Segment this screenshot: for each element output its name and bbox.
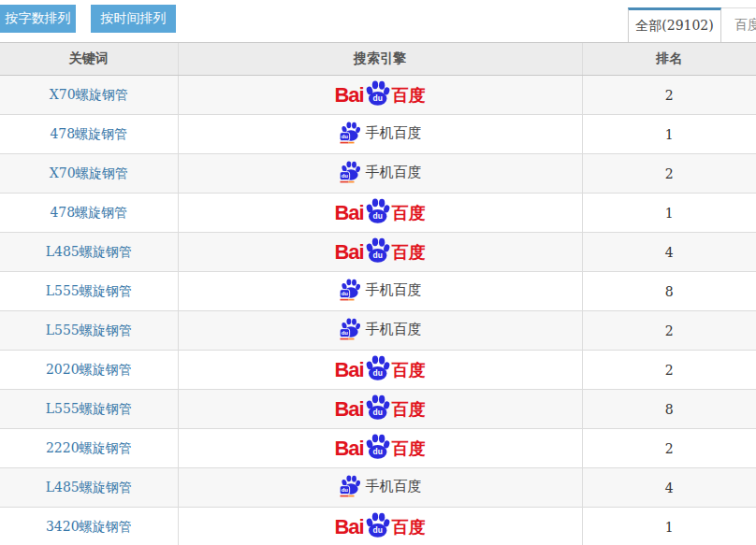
table-row: X70螺旋钢管 Bai du 百度 2: [0, 76, 756, 115]
keyword-cell: 3420螺旋钢管: [0, 508, 178, 545]
mobile-baidu-logo: du 手机百度: [339, 475, 422, 497]
keyword-link[interactable]: 3420螺旋钢管: [46, 519, 132, 534]
mobile-baidu-label: 手机百度: [366, 165, 422, 179]
rank-cell: 8: [582, 272, 756, 311]
rank-value: 2: [665, 323, 674, 338]
baidu-logo-cn-text: 百度: [392, 401, 426, 418]
engine-cell: Bai du 百度: [178, 508, 582, 545]
baidu-logo-bai-text: Bai: [334, 203, 363, 223]
baidu-logo-bai-text: Bai: [334, 85, 363, 106]
baidu-logo: Bai du 百度: [334, 514, 425, 539]
keyword-cell: 2020螺旋钢管: [0, 351, 178, 390]
engine-cell: Bai du 百度: [178, 390, 582, 429]
engine-cell: Bai du 百度: [178, 233, 582, 272]
tab-all[interactable]: 全部(29102): [628, 7, 721, 42]
keyword-link[interactable]: L555螺旋钢管: [46, 401, 132, 416]
keyword-cell: 478螺旋钢管: [0, 115, 178, 154]
engine-cell: Bai du 百度: [178, 351, 582, 390]
keyword-link[interactable]: 478螺旋钢管: [50, 126, 127, 141]
baidu-paw-icon: du: [365, 237, 390, 263]
sort-by-time-button[interactable]: 按时间排列: [91, 5, 176, 33]
rank-cell: 2: [582, 154, 756, 194]
tab-baidu[interactable]: 百度: [721, 7, 756, 42]
rank-value: 2: [665, 363, 674, 378]
keyword-link[interactable]: L555螺旋钢管: [46, 283, 132, 298]
engine-cell: du 手机百度: [178, 115, 582, 154]
baidu-paw-icon: du: [365, 394, 390, 420]
keyword-cell: L555螺旋钢管: [0, 390, 178, 429]
table-row: 2220螺旋钢管 Bai du 百度 2: [0, 429, 756, 468]
baidu-logo-du-text: du: [372, 408, 382, 417]
baidu-paw-icon: du: [365, 512, 390, 538]
table-row: L485螺旋钢管 du 手机百度 4: [0, 468, 756, 508]
keyword-link[interactable]: X70螺旋钢管: [50, 87, 128, 102]
table-row: L555螺旋钢管 du 手机百度 8: [0, 272, 756, 311]
engine-cell: du 手机百度: [178, 154, 582, 194]
keyword-cell: 2220螺旋钢管: [0, 429, 178, 468]
mobile-baidu-logo: du 手机百度: [339, 279, 422, 301]
baidu-logo-du-text: du: [372, 368, 382, 378]
rank-cell: 1: [582, 115, 756, 154]
baidu-logo-bai-text: Bai: [334, 438, 363, 459]
sort-by-wordcount-button[interactable]: 按字数排列: [0, 5, 76, 33]
engine-cell: Bai du 百度: [178, 194, 582, 233]
table-header-row: 关键词 搜索引擎 排名: [0, 43, 756, 76]
keyword-cell: L485螺旋钢管: [0, 468, 178, 508]
engine-cell: du 手机百度: [178, 272, 582, 311]
baidu-paw-icon: du: [365, 198, 390, 223]
column-header-rank: 排名: [582, 43, 756, 76]
baidu-logo-cn-text: 百度: [392, 205, 426, 222]
baidu-logo: Bai du 百度: [334, 436, 425, 461]
table-body: X70螺旋钢管 Bai du 百度 2 478螺旋钢管: [0, 76, 756, 545]
keyword-link[interactable]: 2020螺旋钢管: [46, 362, 132, 377]
rank-cell: 2: [582, 429, 756, 468]
rank-cell: 8: [582, 390, 756, 429]
engine-cell: Bai du 百度: [178, 429, 582, 468]
rank-cell: 1: [582, 508, 756, 545]
baidu-logo-cn-text: 百度: [392, 87, 426, 104]
rank-cell: 1: [582, 194, 756, 233]
keyword-link[interactable]: X70螺旋钢管: [50, 165, 128, 180]
baidu-logo-du-text: du: [372, 251, 382, 260]
baidu-logo-du-text: du: [372, 525, 382, 535]
keyword-link[interactable]: 478螺旋钢管: [50, 205, 127, 220]
keyword-link[interactable]: L555螺旋钢管: [46, 323, 132, 337]
rank-value: 1: [665, 206, 674, 221]
rank-cell: 4: [582, 468, 756, 508]
mobile-baidu-logo: du 手机百度: [339, 122, 422, 144]
rank-value: 1: [665, 520, 674, 535]
baidu-logo-bai-text: Bai: [334, 517, 363, 538]
mobile-baidu-icon: du: [339, 122, 361, 144]
rank-cell: 2: [582, 311, 756, 351]
keyword-rank-table: 关键词 搜索引擎 排名 X70螺旋钢管 Bai du 百度: [0, 42, 756, 545]
rank-value: 2: [665, 166, 674, 181]
rank-value: 2: [665, 441, 674, 456]
mobile-baidu-icon: du: [339, 318, 361, 340]
keyword-cell: L555螺旋钢管: [0, 311, 178, 351]
keyword-link[interactable]: L485螺旋钢管: [46, 480, 132, 495]
mobile-baidu-du-text: du: [341, 134, 348, 139]
table-row: 478螺旋钢管 du 手机百度 1: [0, 115, 756, 154]
engine-filter-tabs: 全部(29102) 百度: [628, 7, 756, 42]
rank-cell: 2: [582, 76, 756, 115]
baidu-logo-bai-text: Bai: [334, 399, 363, 420]
baidu-logo-cn-text: 百度: [392, 362, 426, 379]
baidu-logo-cn-text: 百度: [392, 519, 426, 536]
table-row: L485螺旋钢管 Bai du 百度 4: [0, 233, 756, 272]
column-header-engine: 搜索引擎: [178, 43, 582, 76]
keyword-cell: L485螺旋钢管: [0, 233, 178, 272]
rank-value: 8: [665, 284, 674, 299]
table-row: 2020螺旋钢管 Bai du 百度 2: [0, 351, 756, 390]
keyword-cell: X70螺旋钢管: [0, 76, 178, 115]
baidu-logo-du-text: du: [372, 211, 382, 221]
rank-value: 4: [665, 245, 674, 260]
keyword-link[interactable]: L485螺旋钢管: [46, 244, 132, 259]
keyword-link[interactable]: 2220螺旋钢管: [46, 440, 132, 455]
mobile-baidu-label: 手机百度: [366, 480, 422, 494]
baidu-logo-cn-text: 百度: [392, 244, 426, 261]
rank-cell: 2: [582, 351, 756, 390]
table-row: L555螺旋钢管 du 手机百度 2: [0, 311, 756, 351]
baidu-logo-bai-text: Bai: [334, 242, 363, 263]
keyword-cell: L555螺旋钢管: [0, 272, 178, 311]
table-row: X70螺旋钢管 du 手机百度 2: [0, 154, 756, 194]
